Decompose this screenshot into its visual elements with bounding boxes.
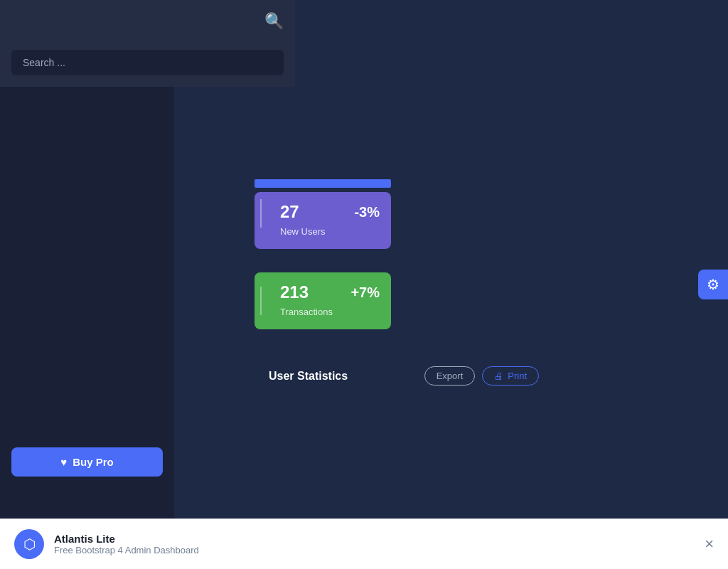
notification-text: Atlantis Lite Free Bootstrap 4 Admin Das… (54, 533, 199, 555)
user-stats-actions: Export 🖨 Print (424, 366, 539, 385)
export-label: Export (437, 371, 464, 381)
notification-title: Atlantis Lite (54, 533, 199, 545)
settings-gear-button[interactable]: ⚙ (698, 270, 728, 299)
print-label: Print (508, 371, 527, 381)
transactions-card-wrapper: 213 +7% Transactions (255, 272, 391, 338)
print-icon: 🖨 (494, 371, 503, 381)
transactions-change: +7% (350, 284, 380, 301)
search-icon: 🔍 (264, 12, 284, 31)
partial-top-bar (255, 179, 391, 188)
search-top: 🔍 (0, 0, 295, 43)
search-overlay: 🔍 (0, 0, 295, 87)
search-input[interactable] (11, 50, 284, 75)
notification-close-button[interactable]: × (705, 535, 714, 553)
notification-logo: ⬡ (14, 529, 44, 559)
new-users-change: -3% (354, 204, 380, 220)
new-users-card-wrapper: 27 -3% New Users (255, 192, 391, 257)
transactions-number: 213 (280, 282, 309, 302)
gear-icon: ⚙ (707, 276, 719, 293)
export-button[interactable]: Export (424, 366, 476, 385)
user-statistics-section: User Statistics Export 🖨 Print (255, 352, 553, 411)
new-users-card: 27 -3% New Users (255, 192, 391, 249)
buy-pro-button[interactable]: ♥ Buy Pro (11, 447, 163, 477)
buy-pro-label: Buy Pro (73, 456, 114, 468)
notification-bar: ⬡ Atlantis Lite Free Bootstrap 4 Admin D… (0, 519, 728, 569)
transactions-sparkline (255, 272, 267, 329)
user-stats-title: User Statistics (269, 370, 348, 383)
new-users-number: 27 (280, 202, 299, 222)
notification-logo-icon: ⬡ (23, 536, 36, 553)
transactions-label: Transactions (280, 307, 380, 317)
new-users-sparkline (255, 192, 267, 249)
notification-description: Free Bootstrap 4 Admin Dashboard (54, 545, 199, 555)
search-input-container (0, 43, 295, 87)
heart-icon: ♥ (60, 456, 67, 468)
print-button[interactable]: 🖨 Print (482, 366, 539, 385)
close-icon: × (705, 535, 714, 553)
new-users-label: New Users (280, 226, 380, 237)
user-stats-header: User Statistics Export 🖨 Print (269, 366, 539, 385)
transactions-card: 213 +7% Transactions (255, 272, 391, 329)
